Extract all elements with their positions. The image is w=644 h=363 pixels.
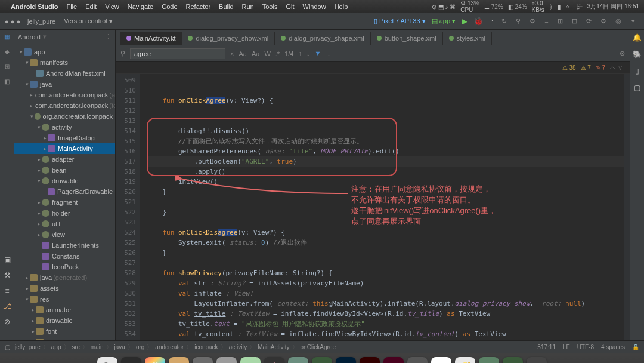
wifi-icon[interactable]: ᯤ <box>566 4 572 10</box>
menu-code[interactable]: Code <box>162 3 177 10</box>
dock-app-icon[interactable]: 🔍 <box>97 357 117 363</box>
inspections-bar[interactable]: ⚠ 38 ⚠ 7 ✎ 7 ヘ ∨ <box>116 62 630 74</box>
device-manager-icon[interactable]: ▯ <box>635 67 639 75</box>
tree-node[interactable]: ▸font <box>14 326 115 337</box>
menu-tools[interactable]: Tools <box>262 3 278 10</box>
status-tray-icons[interactable]: ⊙ ⬒ ♪ ⌘ <box>432 4 456 10</box>
menu-edit[interactable]: Edit <box>85 3 97 10</box>
toolbar-icons[interactable]: ↻ ⚲ ⚙ ≡ ⊞ ⊟ ⟳ ⚙ ◎ ✦ <box>501 17 639 25</box>
menu-refactor[interactable]: Refactor <box>186 3 211 10</box>
emulator-icon[interactable]: ▢ <box>634 84 640 92</box>
tree-node[interactable]: ▸java(generated) <box>14 272 115 283</box>
dock-app-icon[interactable]: W <box>431 357 451 363</box>
tree-node[interactable]: ▸assets <box>14 283 115 294</box>
git-icon[interactable]: ⎇ <box>3 302 11 310</box>
tree-node[interactable]: ▸adapter <box>14 154 115 165</box>
tree-node[interactable]: ▾app <box>14 47 115 57</box>
project-panel-header[interactable]: Android ▾ ⋮ <box>14 30 115 44</box>
menu-help[interactable]: Help <box>335 3 348 10</box>
dock-app-icon[interactable]: ☂ <box>479 357 499 363</box>
tree-node[interactable]: ▾res <box>14 294 115 304</box>
dock-app-icon[interactable]: >_ <box>121 357 141 363</box>
menu-window[interactable]: Window <box>303 3 326 10</box>
tree-node[interactable]: ▾activity <box>14 122 115 133</box>
dock-app-icon[interactable]: ⌂ <box>288 357 308 363</box>
bluetooth-icon[interactable]: ᛒ <box>549 4 553 10</box>
dock-app-icon[interactable]: Id <box>383 357 404 363</box>
tree-node[interactable]: ▸fragment <box>14 197 115 208</box>
build-icon[interactable]: ⚒ <box>4 271 11 279</box>
breadcrumb-item[interactable]: main <box>91 344 104 350</box>
dock-app-icon[interactable]: PC <box>312 357 332 363</box>
breadcrumb-item[interactable]: MainActivity <box>258 344 289 350</box>
tree-node[interactable]: ▸MainActivity <box>14 143 115 154</box>
breadcrumb-item[interactable]: app <box>51 344 61 350</box>
dock-app-icon[interactable]: ⠿ <box>145 357 165 363</box>
breadcrumb-item[interactable]: activity <box>229 344 247 350</box>
tree-node[interactable]: AndroidManifest.xml <box>14 68 115 79</box>
breadcrumb-item[interactable]: iconpack <box>194 344 218 350</box>
tree-node[interactable]: ▾layout <box>14 337 115 340</box>
indent-setting[interactable]: 4 spaces <box>601 344 625 350</box>
window-controls[interactable]: ● ● ● <box>5 18 20 25</box>
dock-app-icon[interactable]: 🧭 <box>455 357 475 363</box>
project-tree[interactable]: ▾app▾manifestsAndroidManifest.xml▾java▸c… <box>14 44 115 340</box>
menu-build[interactable]: Build <box>219 3 233 10</box>
battery-icon[interactable]: ▮ <box>558 4 561 10</box>
tree-node[interactable]: ▸com.andcreator.iconpack(test <box>14 100 115 111</box>
breadcrumb-item[interactable]: andcreator <box>155 344 184 350</box>
dock-app-icon[interactable]: Ps <box>336 357 356 363</box>
bookmarks-tool-icon[interactable]: ◧ <box>4 78 10 85</box>
tree-node[interactable]: ▾java <box>14 79 115 90</box>
tree-node[interactable]: ▸view <box>14 229 115 240</box>
breadcrumb-item[interactable]: java <box>114 344 125 350</box>
gradle-icon[interactable]: 🐘 <box>633 50 642 59</box>
menu-view[interactable]: View <box>105 3 119 10</box>
tree-node[interactable]: ▸util <box>14 219 115 229</box>
device-selector[interactable]: ▯ Pixel 7 API 33 ▾ <box>374 17 426 25</box>
breadcrumb-item[interactable]: src <box>72 344 80 350</box>
breadcrumb-item[interactable]: jelly_pure <box>15 344 41 350</box>
code-editor[interactable]: fun onClickAgree(v: View?) { dialog!!.di… <box>140 74 630 340</box>
find-nav[interactable]: ↑↓▼⋮ <box>298 50 332 57</box>
commit-tool-icon[interactable]: ◆ <box>5 48 10 55</box>
menu-file[interactable]: File <box>66 3 77 10</box>
dock-app-icon[interactable]: Ai <box>360 357 380 363</box>
app-menu[interactable]: Android Studio <box>11 3 58 10</box>
dock-app-icon[interactable]: ⬇ <box>503 357 523 363</box>
menu-git[interactable]: Git <box>286 3 294 10</box>
breadcrumb-item[interactable]: onClickAgree <box>301 344 336 350</box>
menu-navigate[interactable]: Navigate <box>128 3 153 10</box>
tree-node[interactable]: IconPack <box>14 262 115 272</box>
tree-node[interactable]: ▸drawable <box>14 315 115 326</box>
caret-position[interactable]: 517:11 <box>537 344 556 350</box>
tree-node[interactable]: ▾drawable <box>14 176 115 186</box>
run-config[interactable]: ▤ app ▾ <box>432 17 456 25</box>
minimap[interactable] <box>624 74 630 340</box>
project-name[interactable]: jelly_pure <box>27 18 55 25</box>
line-gutter[interactable]: 5095105115125135145155165175185195205215… <box>116 74 140 340</box>
structure-tool-icon[interactable]: ⊞ <box>5 63 10 70</box>
tree-node[interactable]: ▾org.andcreator.iconpack <box>14 111 115 122</box>
tree-node[interactable]: PagerBarDrawable <box>14 186 115 197</box>
problems-icon[interactable]: ⊘ <box>4 318 10 326</box>
editor-tab[interactable]: MainActivity.kt <box>120 32 182 45</box>
tree-node[interactable]: ▸animator <box>14 304 115 315</box>
tree-node[interactable]: ▸com.andcreator.iconpack(and <box>14 90 115 100</box>
tree-node[interactable]: ▸bean <box>14 165 115 176</box>
breadcrumb-item[interactable]: org <box>136 344 144 350</box>
status-icon[interactable]: ▢ <box>5 344 10 350</box>
logcat-icon[interactable]: ≡ <box>5 287 9 295</box>
tree-node[interactable]: ▸ImageDialog <box>14 133 115 143</box>
dock-app-icon[interactable]: 🗑 <box>527 357 547 363</box>
file-encoding[interactable]: UTF-8 <box>577 344 594 350</box>
input-source[interactable]: 拼 <box>577 2 583 11</box>
dock-app-icon[interactable]: 🐼 <box>216 357 237 363</box>
find-options[interactable]: ×AaAaW.* <box>230 50 280 57</box>
tree-node[interactable]: LauncherIntents <box>14 240 115 251</box>
toolbar-more[interactable]: ⋮ <box>489 17 496 25</box>
vcs-dropdown[interactable]: Version control ▾ <box>64 17 113 25</box>
tree-node[interactable]: Constans <box>14 251 115 262</box>
terminal-icon[interactable]: ▣ <box>4 256 11 264</box>
editor-tab[interactable]: styles.xml <box>443 32 492 45</box>
